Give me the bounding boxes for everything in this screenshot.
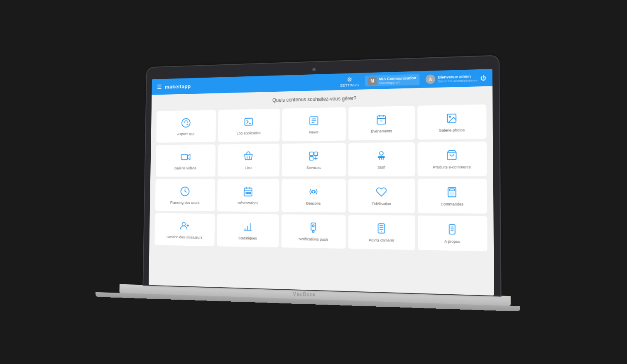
svg-rect-40 [249,192,250,193]
svg-rect-43 [450,188,455,191]
a-propos-label: A propos [444,239,460,244]
lieu-icon [243,151,254,164]
svg-point-48 [451,194,452,195]
svg-point-41 [312,190,315,193]
org-text: MIA Communication Makeitapp srl [379,76,416,85]
svg-point-44 [450,192,451,193]
log-application-icon [243,116,254,129]
grid-item-statistiques[interactable]: Statistiques [217,214,279,247]
grid-item-notifications-push[interactable]: Notifications push [281,214,345,249]
commandes-label: Commandes [441,202,463,207]
services-label: Services [306,165,321,170]
laptop-brand: MacBook [292,291,316,298]
points-interet-label: Points d'intérêt [369,238,394,243]
svg-rect-18 [181,154,188,159]
hamburger-icon[interactable]: ☰ [157,83,162,90]
svg-point-49 [453,194,454,195]
grid-item-reservations[interactable]: Réservations [217,179,279,212]
grid-item-lieu[interactable]: Lieu [218,144,279,176]
settings-button[interactable]: ⚙ SETTINGS [340,76,359,87]
news-icon [309,115,319,127]
grid-item-commandes[interactable]: Commandes [418,178,487,213]
user-manage: Gérer les administrateurs [438,78,478,83]
user-avatar: A [426,74,435,84]
svg-marker-19 [188,154,190,159]
app-logo: makeitapp [165,83,191,90]
content-grid: Aspect appLog applicationNews8Évènements… [154,104,487,251]
grid-item-galerie-videos[interactable]: Galerie vidéos [156,144,216,176]
grid-item-planning-cours[interactable]: Planning des cours [155,179,216,211]
statistiques-icon [242,221,253,233]
lieu-label: Lieu [245,166,252,170]
grid-item-staff[interactable]: Staff [348,142,415,176]
app-content: Quels contenus souhaitez-vous gérer? Asp… [149,86,494,296]
svg-point-2 [185,120,186,121]
settings-gear-icon: ⚙ [347,76,352,82]
power-icon[interactable]: ⏻ [480,74,486,81]
svg-point-60 [312,225,314,226]
fidelisation-icon [376,186,387,199]
user-text: Bienvenue admin Gérer les administrateur… [438,73,478,83]
evenements-label: Évènements [371,129,392,134]
log-application-label: Log application [237,131,261,135]
svg-point-58 [312,230,314,232]
statistiques-label: Statistiques [238,236,257,240]
reservations-icon [243,186,253,198]
galerie-videos-label: Galerie vidéos [174,166,196,170]
laptop-camera [312,68,316,71]
org-sub: Makeitapp srl [379,80,416,85]
aspect-app-label: Aspect app [177,132,194,136]
galerie-videos-icon [180,151,190,164]
grid-item-points-interet[interactable]: Points d'intérêt [348,215,415,249]
svg-point-1 [184,121,185,122]
svg-point-66 [381,230,382,231]
svg-point-45 [451,192,452,193]
svg-point-17 [449,116,451,117]
aspect-app-icon [181,117,191,129]
org-info[interactable]: M MIA Communication Makeitapp srl [365,74,419,86]
notifications-push-label: Notifications push [299,237,328,242]
staff-icon [376,150,387,163]
reservations-label: Réservations [238,200,258,205]
grid-item-aspect-app[interactable]: Aspect app [156,110,216,142]
grid-item-produits-ecommerce[interactable]: Produits e-commerce [418,141,487,176]
grid-item-gestion-utilisateurs[interactable]: Gestion des utilisateurs [154,213,215,246]
news-label: News [309,129,318,134]
grid-item-log-application[interactable]: Log application [218,108,280,142]
svg-rect-22 [310,152,314,156]
svg-point-47 [450,194,451,195]
laptop-screen: ☰ makeitapp ⚙ SETTINGS M MIA Communicati… [149,69,494,296]
grid-item-a-propos[interactable]: A propos [418,215,487,251]
laptop-screen-outer: ☰ makeitapp ⚙ SETTINGS M MIA Communicati… [143,56,500,296]
beacons-icon [308,186,319,198]
grid-item-galerie-photos[interactable]: Galerie photos [417,104,486,139]
svg-rect-38 [246,192,247,193]
svg-rect-24 [310,156,314,160]
page-question: Quels contenus souhaitez-vous gérer? [157,92,487,105]
staff-label: Staff [377,165,385,169]
points-interet-icon [376,222,387,235]
grid-item-evenements[interactable]: 8Évènements [348,105,415,140]
svg-rect-5 [245,118,253,125]
app: ☰ makeitapp ⚙ SETTINGS M MIA Communicati… [149,69,494,296]
services-icon [308,150,319,163]
commandes-icon [446,186,458,199]
grid-item-beacons[interactable]: Beacons [282,178,346,212]
produits-ecommerce-label: Produits e-commerce [433,164,471,169]
gestion-utilisateurs-label: Gestion des utilisateurs [167,235,203,239]
svg-point-46 [453,192,454,193]
svg-rect-23 [314,151,318,155]
grid-item-news[interactable]: News [282,107,346,141]
svg-point-3 [187,121,188,122]
svg-point-4 [186,123,188,125]
fidelisation-label: Fidélisation [372,201,391,206]
svg-point-0 [182,118,190,127]
grid-item-services[interactable]: Services [282,143,346,176]
galerie-photos-label: Galerie photos [439,127,465,132]
svg-rect-34 [244,188,252,195]
grid-item-fidelisation[interactable]: Fidélisation [348,178,415,213]
svg-text:8: 8 [380,119,382,122]
planning-cours-icon [180,186,190,198]
planning-cours-label: Planning des cours [170,200,200,205]
svg-rect-39 [247,192,249,193]
